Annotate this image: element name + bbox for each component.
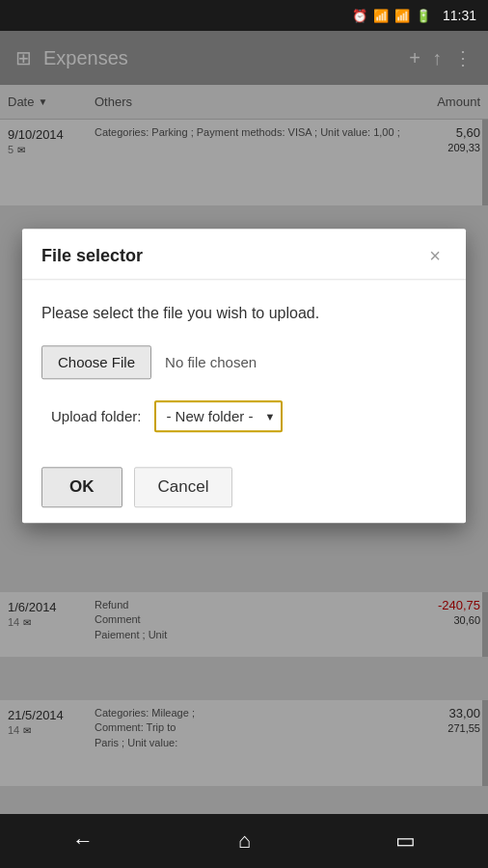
upload-folder-row: Upload folder: - New folder - — [41, 401, 447, 433]
cancel-button[interactable]: Cancel — [134, 468, 233, 508]
status-bar: ⏰ 📶 📶 🔋 11:31 — [0, 0, 488, 31]
bottom-nav: ← ⌂ ▭ — [0, 814, 488, 868]
recent-button[interactable]: ▭ — [372, 821, 439, 861]
status-icons: ⏰ 📶 📶 🔋 11:31 — [352, 8, 476, 23]
dialog-close-button[interactable]: × — [423, 244, 447, 267]
back-button[interactable]: ← — [49, 821, 117, 861]
file-input-row: Choose File No file chosen — [41, 346, 447, 380]
choose-file-button[interactable]: Choose File — [41, 346, 151, 380]
dialog-description: Please select the file you wish to uploa… — [41, 303, 447, 324]
alarm-icon: ⏰ — [352, 9, 367, 23]
dialog-title: File selector — [41, 246, 143, 266]
wifi-icon: 📶 — [373, 9, 389, 23]
status-time: 11:31 — [443, 8, 476, 23]
ok-button[interactable]: OK — [41, 468, 122, 508]
home-button[interactable]: ⌂ — [215, 821, 274, 861]
no-file-label: No file chosen — [165, 355, 257, 371]
folder-select-wrapper: - New folder - — [154, 401, 283, 433]
battery-icon: 🔋 — [416, 9, 431, 23]
upload-folder-label: Upload folder: — [51, 409, 141, 425]
folder-select[interactable]: - New folder - — [154, 401, 283, 433]
signal-icon: 📶 — [394, 9, 410, 23]
dialog-actions: OK Cancel — [22, 468, 466, 508]
dialog-header: File selector × — [22, 229, 466, 280]
dialog-body: Please select the file you wish to uploa… — [22, 280, 466, 467]
file-selector-dialog: File selector × Please select the file y… — [22, 229, 466, 523]
